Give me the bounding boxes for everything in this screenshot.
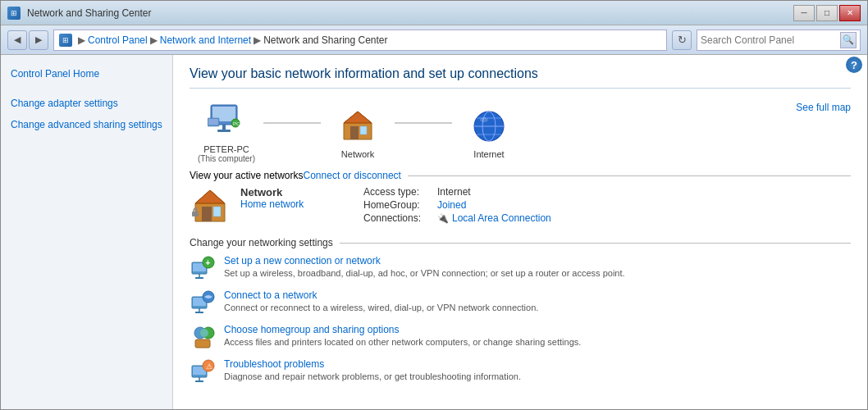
breadcrumb-current: Network and Sharing Center (263, 34, 387, 46)
setting-desc-3: Diagnose and repair network problems, or… (224, 371, 521, 381)
search-button[interactable]: 🔍 (840, 32, 857, 48)
sidebar-item-home[interactable]: Control Panel Home (1, 63, 172, 84)
sidebar-item-sharing[interactable]: Change advanced sharing settings (1, 114, 172, 135)
sidebar-item-adapter[interactable]: Change adapter settings (1, 93, 172, 114)
main-window: ⊞ Network and Sharing Center ─ □ ✕ ◀ ▶ ⊞… (0, 0, 868, 410)
connection-icon: 🔌 (437, 213, 449, 224)
svg-rect-5 (208, 119, 218, 125)
content-area: Control Panel Home Change adapter settin… (1, 55, 867, 409)
window-icon: ⊞ (7, 7, 21, 20)
active-network: Network Home network Access type: Intern… (190, 186, 851, 227)
breadcrumb-control-panel[interactable]: Control Panel (88, 34, 148, 46)
network-line-2 (395, 122, 452, 124)
network-map: PC PETER-PC (This computer) (190, 102, 851, 163)
node-computer-sublabel: (This computer) (198, 154, 255, 163)
network-name: Network (240, 186, 339, 198)
active-networks-header: View your active networks (190, 170, 304, 181)
node-internet-label: Internet (473, 149, 504, 159)
homegroup-value[interactable]: Joined (437, 199, 466, 211)
access-type-value: Internet (437, 186, 471, 198)
setting-text-2: Choose homegroup and sharing options Acc… (224, 324, 581, 347)
setting-icon-0: + (190, 255, 216, 281)
svg-rect-26 (195, 277, 203, 279)
setting-item-1: Connect to a network Connect or reconnec… (190, 289, 851, 316)
refresh-button[interactable]: ↻ (672, 30, 692, 50)
search-input[interactable] (701, 34, 840, 46)
setting-icon-1 (190, 289, 216, 316)
svg-text:+: + (206, 258, 211, 267)
forward-button[interactable]: ▶ (29, 30, 48, 50)
change-settings-header: Change your networking settings (190, 237, 851, 248)
minimize-button[interactable]: ─ (793, 5, 815, 21)
node-computer: PC PETER-PC (This computer) (190, 102, 263, 163)
svg-rect-10 (360, 126, 367, 134)
svg-marker-21 (195, 190, 225, 203)
svg-rect-41 (195, 380, 203, 382)
connect-disconnect-link[interactable]: Connect or disconnect (304, 170, 401, 181)
computer-icon: PC (207, 102, 246, 141)
close-button[interactable]: ✕ (839, 5, 861, 21)
sidebar: Control Panel Home Change adapter settin… (1, 55, 173, 409)
setting-title-0[interactable]: Set up a new connection or network (224, 255, 625, 266)
svg-rect-32 (195, 312, 203, 313)
internet-icon (469, 107, 509, 146)
title-bar-left: ⊞ Network and Sharing Center (7, 7, 151, 20)
setting-item-2: Choose homegroup and sharing options Acc… (190, 324, 851, 350)
network-map-items: PC PETER-PC (This computer) (190, 102, 526, 163)
svg-point-36 (200, 329, 208, 337)
svg-rect-3 (217, 130, 231, 132)
svg-rect-2 (222, 125, 226, 130)
svg-text:⚠: ⚠ (206, 362, 212, 371)
window-controls: ─ □ ✕ (793, 5, 861, 21)
search-box: 🔍 (697, 30, 861, 51)
active-networks-row: View your active networks Connect or dis… (190, 170, 851, 181)
setting-title-1[interactable]: Connect to a network (224, 289, 538, 301)
node-network: Network (321, 107, 395, 159)
main-content: ? View your basic network information an… (173, 55, 867, 409)
connections-label: Connections: (363, 212, 437, 224)
network-name-area: Network Home network (240, 186, 339, 210)
breadcrumb-icon: ⊞ (59, 34, 72, 47)
title-bar: ⊞ Network and Sharing Center ─ □ ✕ (1, 1, 867, 25)
nav-buttons: ◀ ▶ (7, 30, 48, 50)
connections-value[interactable]: Local Area Connection (452, 212, 551, 224)
page-title: View your basic network information and … (190, 66, 851, 89)
svg-rect-9 (350, 126, 359, 139)
sep2: ▶ (150, 34, 158, 46)
svg-text:PC: PC (233, 121, 240, 126)
network-details: Access type: Internet HomeGroup: Joined … (363, 186, 551, 226)
see-full-map-link[interactable]: See full map (796, 102, 851, 113)
connections-row: Connections: 🔌 Local Area Connection (363, 212, 551, 224)
node-computer-label: PETER-PC (203, 144, 249, 154)
homegroup-row: HomeGroup: Joined (363, 199, 551, 211)
active-network-icon (190, 186, 231, 227)
setting-text-1: Connect to a network Connect or reconnec… (224, 289, 538, 312)
svg-point-17 (480, 117, 488, 122)
homegroup-label: HomeGroup: (363, 199, 437, 211)
setting-title-2[interactable]: Choose homegroup and sharing options (224, 324, 581, 335)
access-type-row: Access type: Internet (363, 186, 551, 198)
maximize-button[interactable]: □ (816, 5, 838, 21)
svg-rect-19 (202, 207, 212, 221)
svg-marker-11 (344, 112, 372, 123)
back-button[interactable]: ◀ (7, 30, 27, 50)
setting-title-3[interactable]: Troubleshoot problems (224, 358, 521, 370)
address-bar: ◀ ▶ ⊞ ▶ Control Panel ▶ Network and Inte… (1, 25, 867, 55)
breadcrumb-network-internet[interactable]: Network and Internet (160, 34, 251, 46)
help-icon[interactable]: ? (846, 57, 862, 73)
setting-item-0: + Set up a new connection or network Set… (190, 255, 851, 281)
setting-icon-2 (190, 324, 216, 350)
svg-rect-22 (192, 212, 199, 216)
network-type[interactable]: Home network (240, 198, 339, 210)
node-internet: Internet (452, 107, 526, 159)
breadcrumb-bar: ⊞ ▶ Control Panel ▶ Network and Internet… (53, 30, 667, 51)
access-type-label: Access type: (363, 186, 437, 198)
setting-icon-3: ⚠ (190, 358, 216, 385)
svg-rect-37 (195, 339, 210, 348)
setting-text-0: Set up a new connection or network Set u… (224, 255, 625, 278)
sep1: ▶ (78, 34, 85, 46)
setting-desc-2: Access files and printers located on oth… (224, 337, 581, 347)
network-line-1 (263, 122, 321, 124)
node-network-label: Network (341, 149, 374, 159)
setting-item-3: ⚠ Troubleshoot problems Diagnose and rep… (190, 358, 851, 385)
